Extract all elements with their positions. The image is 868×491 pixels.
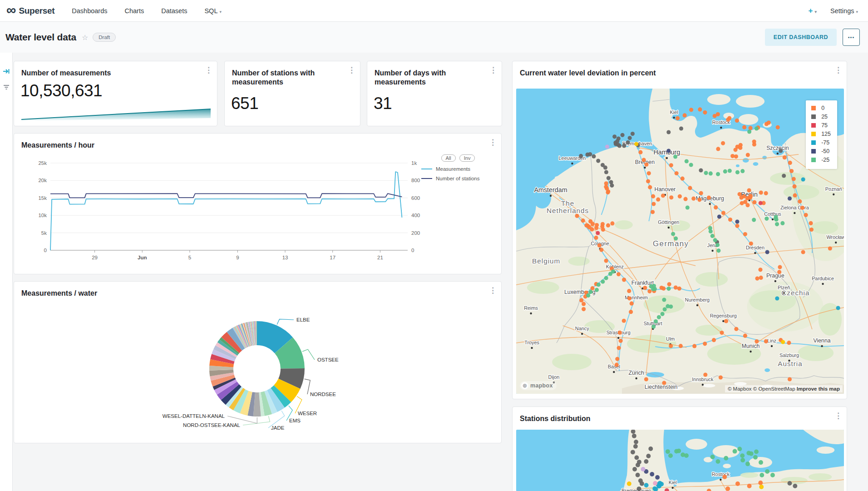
station-dot [669, 304, 673, 308]
improve-map-link[interactable]: Improve this map [797, 386, 840, 392]
map-city-label: Austria [778, 360, 803, 367]
deviation-map-canvas[interactable]: LeeuwardenAmsterdamTheNetherlandsBelgium… [516, 89, 844, 394]
map-city-label: Reims [524, 305, 538, 311]
favorite-star-icon[interactable]: ☆ [82, 33, 88, 42]
station-dot [716, 147, 720, 151]
station-dot [627, 481, 631, 486]
station-dot [648, 446, 653, 451]
donut-slice-label: JADE [271, 425, 285, 431]
kpi-value: 31 [374, 94, 392, 113]
station-dot [618, 331, 622, 335]
map-legend-item[interactable]: -50 [811, 148, 831, 154]
map-legend-item[interactable]: 0 [811, 105, 831, 111]
station-dot [596, 231, 600, 235]
legend-item-measurements[interactable]: Measurements [421, 166, 495, 172]
map-legend-item[interactable]: -75 [811, 139, 831, 146]
station-dot [627, 289, 631, 293]
nav-item-datasets[interactable]: Datasets [161, 7, 187, 15]
legend-item-stations[interactable]: Number of stations [421, 176, 495, 181]
filter-funnel-icon[interactable] [3, 84, 10, 90]
nav-item-charts[interactable]: Charts [125, 7, 144, 15]
kpi-value: 10,530,631 [20, 81, 102, 100]
kebab-menu-icon[interactable]: ⋮ [834, 412, 842, 420]
svg-text:0: 0 [411, 248, 414, 253]
kebab-menu-icon[interactable]: ⋮ [489, 67, 497, 74]
station-dot [581, 218, 585, 223]
station-dot [632, 467, 637, 471]
station-dot [604, 276, 608, 280]
map-legend-item[interactable]: 75 [811, 122, 831, 129]
station-dot [601, 222, 605, 226]
map-legend-item[interactable]: 25 [811, 114, 831, 120]
station-dot [666, 130, 671, 134]
station-dot [668, 453, 673, 458]
station-dot [749, 126, 753, 130]
kpi-trendline [21, 106, 211, 122]
map-svg[interactable]: LeeuwardenAmsterdamTheNetherlandsBelgium… [516, 89, 844, 394]
station-dot [644, 459, 648, 464]
station-dot [703, 372, 707, 377]
expand-filters-icon[interactable] [3, 68, 10, 74]
map-legend-item[interactable]: 125 [811, 131, 831, 137]
station-dot [675, 171, 679, 175]
station-dot [651, 210, 655, 214]
legend-inv-button[interactable]: Inv [459, 154, 475, 162]
station-dot [584, 223, 588, 228]
station-dot [809, 221, 813, 225]
chart-legend: All Inv Measurements Number of stations [421, 154, 495, 185]
new-item-button[interactable]: +▾ [809, 6, 817, 15]
legend-value-label: -75 [821, 139, 829, 146]
station-dot [728, 218, 732, 222]
map-legend: 02575125-75-50-25 [806, 100, 837, 169]
mapbox-logo[interactable]: ◎ mapbox [520, 381, 557, 390]
more-options-button[interactable]: ••• [843, 29, 860, 46]
station-dot [759, 201, 763, 205]
legend-value-label: 25 [821, 114, 828, 120]
station-dot [628, 136, 632, 140]
donut-slice-label: EMS [289, 418, 301, 423]
water-donut-chart[interactable]: ELBEOSTSEENORDSEEWESEREMSJADENORD-OSTSEE… [14, 282, 501, 443]
kebab-menu-icon[interactable]: ⋮ [834, 67, 842, 74]
station-dot [755, 339, 759, 343]
station-dot [661, 312, 665, 316]
superset-logo[interactable]: ∞ Superset [6, 6, 54, 16]
legend-all-button[interactable]: All [441, 154, 456, 162]
nav-item-sql[interactable]: SQL▾ [204, 7, 222, 15]
legend-color-swatch [811, 123, 816, 128]
station-dot [787, 341, 791, 345]
map-legend-item[interactable]: -25 [811, 157, 831, 163]
attribution-links[interactable]: © Mapbox © OpenStreetMap [728, 386, 797, 392]
station-dot [788, 161, 792, 165]
station-dot [641, 467, 646, 471]
station-dot [595, 288, 599, 292]
panel-measurements-water: Measurements / water ⋮ ELBEOSTSEENORDSEE… [14, 281, 502, 443]
station-dot [720, 331, 724, 335]
station-dot [622, 144, 626, 148]
donut-slice-label: WESER [298, 411, 317, 416]
svg-text:21: 21 [377, 255, 383, 260]
station-dot [692, 344, 696, 348]
settings-menu[interactable]: Settings▾ [830, 7, 858, 15]
station-dot [666, 149, 671, 153]
stations-map-canvas[interactable]: KielRostockBremerhaven [516, 430, 844, 491]
filter-bar-collapsed [0, 53, 13, 491]
kebab-menu-icon[interactable]: ⋮ [205, 67, 212, 74]
station-dot [798, 199, 802, 203]
station-dot [776, 125, 780, 129]
map-svg[interactable]: KielRostockBremerhaven [516, 430, 844, 491]
station-dot [780, 221, 784, 225]
map-city-label: Troyes [524, 340, 539, 345]
station-dot [644, 483, 649, 487]
kebab-menu-icon[interactable]: ⋮ [348, 67, 355, 74]
station-dot [749, 242, 753, 246]
edit-dashboard-button[interactable]: EDIT DASHBOARD [765, 29, 837, 46]
station-dot [679, 344, 683, 348]
station-dot [582, 307, 586, 311]
station-dot [735, 119, 739, 123]
station-dot [647, 289, 651, 293]
station-dot [743, 334, 747, 338]
station-dot [669, 163, 673, 167]
nav-item-dashboards[interactable]: Dashboards [72, 7, 107, 15]
map-city-label: Rostock [712, 471, 730, 477]
station-dot [779, 149, 783, 153]
